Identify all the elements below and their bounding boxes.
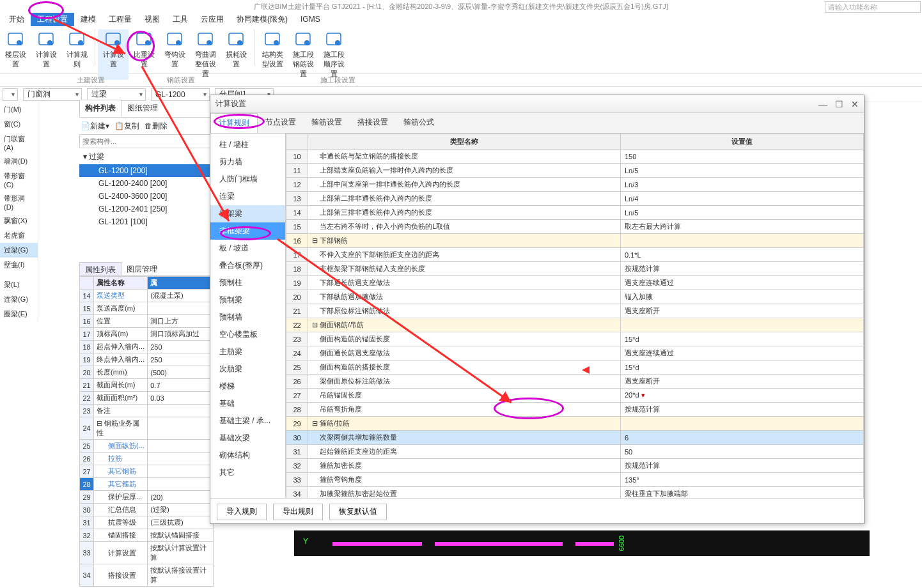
menu-7[interactable]: 协同建模(限免) — [230, 13, 294, 26]
dtree-19[interactable]: 其它 — [210, 464, 285, 481]
nav-梁(L)[interactable]: 梁(L) — [0, 277, 38, 292]
dtree-14[interactable]: 楼梯 — [210, 378, 285, 395]
menu-0[interactable]: 开始 — [3, 13, 31, 26]
ribbon-施工段顺序设置[interactable]: 施工段顺序设置 — [318, 29, 349, 80]
dtree-13[interactable]: 次肋梁 — [210, 360, 285, 378]
restore-button[interactable]: 恢复默认值 — [329, 504, 387, 520]
dtree-8[interactable]: 预制柱 — [210, 274, 285, 291]
ribbon-弯曲调整值设置[interactable]: 弯曲调整值设置 — [190, 29, 221, 80]
nav-带形窗(C)[interactable]: 带形窗(C) — [0, 169, 38, 191]
svg-point-11 — [176, 40, 181, 45]
ribbon-计算规则[interactable]: 计算规则 — [61, 29, 92, 70]
dtree-2[interactable]: 人防门框墙 — [210, 171, 285, 188]
menu-8[interactable]: IGMS — [294, 13, 327, 25]
comp-item-4[interactable]: GL-1201 [100] — [79, 215, 214, 228]
nav-墙洞(D)[interactable]: 墙洞(D) — [0, 154, 38, 169]
menu-4[interactable]: 视图 — [138, 13, 166, 26]
dtab-1[interactable]: 节点设置 — [258, 113, 304, 133]
nav-连梁(G)[interactable]: 连梁(G) — [0, 292, 38, 307]
comp-item-1[interactable]: GL-1200-2400 [200] — [79, 177, 214, 190]
filter-0[interactable] — [3, 88, 18, 101]
dtree-11[interactable]: 空心楼盖板 — [210, 326, 285, 343]
ribbon-施工段钢筋设置[interactable]: 施工段钢筋设置 — [288, 29, 318, 80]
close-icon[interactable]: ✕ — [851, 99, 859, 109]
svg-point-5 — [78, 40, 83, 45]
filter-3[interactable]: GL-1200 — [151, 88, 210, 101]
dtab-0[interactable]: 计算规则 — [210, 113, 258, 133]
nav-门(M)[interactable]: 门(M) — [0, 102, 38, 117]
nav-老虎窗[interactable]: 老虎窗 — [0, 228, 38, 243]
menu-6[interactable]: 云应用 — [194, 13, 230, 26]
minimize-icon[interactable]: — — [818, 99, 827, 109]
import-button[interactable]: 导入规则 — [217, 504, 267, 520]
svg-point-9 — [145, 40, 150, 45]
tab-component-list[interactable]: 构件列表 — [79, 100, 121, 117]
svg-point-7 — [114, 40, 120, 45]
svg-point-19 — [304, 40, 309, 45]
ribbon-损耗设置[interactable]: 损耗设置 — [221, 29, 251, 80]
filter-1[interactable]: 门窗洞 — [23, 88, 82, 101]
nav-带形洞(D)[interactable]: 带形洞(D) — [0, 191, 38, 213]
dtree-16[interactable]: 基础主梁 / 承... — [210, 412, 285, 429]
dtree-5[interactable]: 非框架梁 — [210, 222, 285, 240]
export-button[interactable]: 导出规则 — [273, 504, 323, 520]
svg-point-3 — [47, 40, 52, 45]
menu-1[interactable]: 工程设置 — [31, 13, 74, 26]
menu-5[interactable]: 工具 — [166, 13, 194, 26]
dtree-3[interactable]: 连梁 — [210, 188, 285, 205]
tab-properties[interactable]: 属性列表 — [79, 262, 121, 275]
tree-root[interactable]: ▾ 过梁 — [79, 150, 214, 164]
ribbon-结构类型设置[interactable]: 结构类型设置 — [257, 29, 288, 80]
comp-item-0[interactable]: GL-1200 [200] — [79, 164, 214, 177]
dtree-15[interactable]: 基础 — [210, 395, 285, 412]
property-panel: 属性列表 图层管理 属性名称属 14泵送类型(混凝土泵)15泵送高度(m)16位… — [79, 262, 214, 587]
model-canvas[interactable]: Y 6600 — [294, 530, 870, 556]
tab-layers[interactable]: 图层管理 — [121, 262, 162, 275]
group-label-2: 钢筋设置 — [107, 74, 254, 86]
app-title: 广联达BIM土建计量平台 GTJ2021 - [H:\1、金雕结构2020-3-… — [0, 0, 922, 13]
dtree-6[interactable]: 板 / 坡道 — [210, 240, 285, 257]
nav-飘窗(X)[interactable]: 飘窗(X) — [0, 213, 38, 228]
dtab-3[interactable]: 搭接设置 — [350, 113, 396, 133]
nav-窗(C)[interactable]: 窗(C) — [0, 117, 38, 132]
dtree-1[interactable]: 剪力墙 — [210, 153, 285, 171]
ribbon-计算设置[interactable]: 计算设置 — [31, 29, 61, 70]
comp-item-2[interactable]: GL-2400-3600 [200] — [79, 190, 214, 203]
dtree-4[interactable]: 框架梁 — [210, 205, 285, 222]
dtab-4[interactable]: 箍筋公式 — [396, 113, 442, 133]
property-table[interactable]: 属性名称属 14泵送类型(混凝土泵)15泵送高度(m)16位置洞口上方17顶标高… — [79, 276, 214, 587]
dtree-12[interactable]: 主肋梁 — [210, 343, 285, 360]
nav-[interactable] — [0, 272, 38, 277]
dtree-17[interactable]: 基础次梁 — [210, 429, 285, 447]
delete-button[interactable]: 🗑 删除 — [145, 121, 168, 132]
menu-2[interactable]: 建模 — [74, 13, 102, 26]
component-panel: 构件列表 图纸管理 📄 新建 ▾ 📋 复制 🗑 删除 ▾ 过梁GL-1200 [… — [79, 102, 214, 229]
dtree-10[interactable]: 预制墙 — [210, 309, 285, 326]
ribbon-计算设置[interactable]: 计算设置 — [98, 29, 129, 80]
component-search[interactable] — [79, 134, 214, 148]
comp-item-3[interactable]: GL-1200-2401 [250] — [79, 203, 214, 215]
nav-过梁(G)[interactable]: 过梁(G) — [0, 243, 38, 258]
nav-壁龛(I)[interactable]: 壁龛(I) — [0, 258, 38, 272]
nav-圈梁(E)[interactable]: 圈梁(E) — [0, 307, 38, 321]
ribbon-楼层设置[interactable]: 楼层设置 — [0, 29, 31, 70]
filter-2[interactable]: 过梁 — [87, 88, 146, 101]
dtree-0[interactable]: 柱 / 墙柱 — [210, 136, 285, 153]
dtab-2[interactable]: 箍筋设置 — [304, 113, 350, 133]
menu-3[interactable]: 工程量 — [102, 13, 138, 26]
dtree-18[interactable]: 砌体结构 — [210, 447, 285, 464]
new-button[interactable]: 📄 新建 ▾ — [81, 121, 109, 132]
dtree-7[interactable]: 叠合板(整厚) — [210, 257, 285, 274]
svg-point-21 — [335, 40, 340, 45]
ribbon-弯钩设置[interactable]: 弯钩设置 — [159, 29, 190, 80]
copy-button[interactable]: 📋 复制 — [114, 121, 139, 132]
rules-grid[interactable]: 类型名称设置值 10 非通长筋与架立钢筋的搭接长度15011 上部端支座负筋输入… — [286, 134, 864, 498]
dtree-9[interactable]: 预制梁 — [210, 291, 285, 309]
search-input[interactable]: 请输入功能名称 — [825, 1, 921, 13]
maximize-icon[interactable]: ☐ — [835, 99, 843, 109]
tab-drawing-mgmt[interactable]: 图纸管理 — [121, 100, 164, 117]
group-label-3: 施工段设置 — [254, 74, 421, 86]
svg-point-17 — [274, 40, 279, 45]
nav-门联窗(A)[interactable]: 门联窗(A) — [0, 132, 38, 154]
ribbon-比重设置[interactable]: 比重设置 — [129, 29, 159, 80]
